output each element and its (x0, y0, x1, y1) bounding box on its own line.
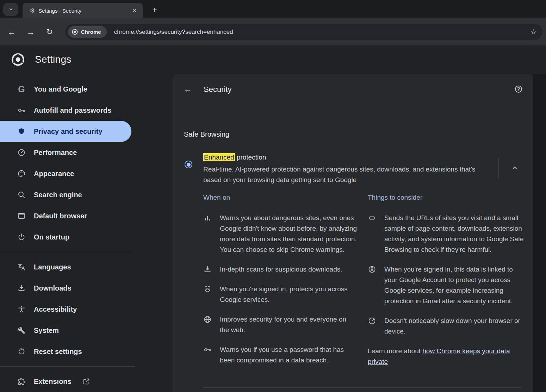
sidebar-item-performance[interactable]: Performance (0, 142, 173, 163)
account-icon (368, 265, 376, 274)
settings-sidebar: G You and Google Autofill and passwords … (0, 74, 173, 392)
chrome-logo-icon (72, 29, 78, 35)
sidebar-item-autofill[interactable]: Autofill and passwords (0, 100, 173, 121)
back-arrow-button[interactable]: ← (182, 83, 194, 95)
reload-button[interactable]: ↻ (42, 24, 57, 40)
sidebar-item-label: Accessibility (34, 305, 77, 313)
list-item-text: When you're signed in, this data is link… (384, 264, 524, 306)
site-info-chip[interactable]: Chrome (68, 26, 107, 38)
forward-button[interactable]: → (23, 24, 38, 40)
settings-header: Settings × (0, 45, 546, 74)
globe-icon (203, 315, 212, 324)
sidebar-item-system[interactable]: System (0, 320, 173, 341)
tab-search-button[interactable] (3, 3, 18, 16)
url-text: chrome://settings/security?search=enhanc… (114, 29, 528, 36)
back-button[interactable]: ← (4, 24, 19, 40)
sidebar-item-label: System (34, 326, 59, 335)
search-icon (17, 191, 26, 199)
safe-browsing-heading: Safe Browsing (184, 130, 229, 138)
browser-window-icon (17, 212, 26, 220)
sidebar-item-accessibility[interactable]: Accessibility (0, 299, 173, 320)
sidebar-item-label: Privacy and security (34, 127, 103, 136)
sidebar-item-label: Extensions (34, 378, 72, 386)
list-item-text: Sends the URLs of sites you visit and a … (384, 213, 524, 255)
when-on-heading: When on (203, 194, 357, 201)
sidebar-item-search-engine[interactable]: Search engine (0, 184, 173, 205)
enhanced-protection-description: Real-time, AI-powered protection against… (203, 164, 483, 185)
security-page-title: Security (204, 85, 231, 94)
sidebar-item-appearance[interactable]: Appearance (0, 163, 173, 184)
bookmark-star-icon[interactable]: ☆ (528, 28, 539, 36)
sidebar-item-label: Performance (34, 149, 77, 157)
sidebar-item-label: Default browser (34, 212, 87, 220)
chevron-down-icon (8, 7, 14, 12)
shield-icon (17, 127, 26, 135)
things-to-consider-column: Things to consider Sends the URLs of sit… (368, 194, 524, 375)
google-shield-icon: G (203, 285, 212, 293)
list-item: G When you're signed in, protects you ac… (203, 284, 357, 305)
collapse-button[interactable] (510, 163, 520, 173)
download-icon (17, 284, 26, 292)
chevron-up-icon (511, 164, 519, 171)
power-icon (17, 233, 26, 241)
sidebar-item-label: Autofill and passwords (34, 106, 111, 114)
list-item-text: Warns you if you use a password that has… (220, 344, 357, 366)
sidebar-item-label: On startup (34, 233, 69, 241)
reset-icon (17, 347, 26, 356)
sidebar-item-label: Appearance (34, 170, 74, 178)
learn-more-prefix: Learn more about (368, 347, 422, 355)
list-item: Sends the URLs of sites you visit and a … (368, 213, 524, 255)
title-rest: protection (235, 154, 266, 161)
list-item: When you're signed in, this data is link… (368, 264, 524, 306)
help-icon[interactable] (513, 83, 525, 95)
search-highlight: Enhanced (203, 153, 235, 161)
wrench-icon (17, 326, 26, 334)
translate-icon (17, 263, 26, 271)
chip-label: Chrome (81, 29, 101, 35)
svg-text:G: G (206, 287, 209, 291)
list-item-text: Warns you about dangerous sites, even on… (220, 213, 357, 255)
speedometer-icon (368, 317, 376, 325)
sidebar-item-label: Languages (34, 263, 71, 271)
address-bar[interactable]: Chrome chrome://settings/security?search… (65, 24, 542, 40)
list-item-text: When you're signed in, protects you acro… (220, 284, 357, 305)
sidebar-item-label: Reset settings (34, 348, 82, 356)
new-tab-button[interactable]: + (149, 4, 160, 15)
sidebar-item-label: Search engine (34, 191, 82, 199)
sidebar-item-label: Downloads (34, 284, 72, 292)
list-item: Warns you if you use a password that has… (203, 344, 357, 366)
sidebar-divider (0, 366, 135, 367)
things-to-consider-heading: Things to consider (368, 194, 524, 201)
details-columns: When on Warns you about dangerous sites,… (203, 194, 524, 375)
sidebar-item-languages[interactable]: Languages (0, 256, 173, 278)
sidebar-item-label: You and Google (34, 85, 87, 93)
tab-title: Settings - Security (38, 8, 130, 14)
tab-strip: ⚙ Settings - Security × + (0, 0, 546, 18)
sidebar-divider (0, 252, 135, 252)
speedometer-icon (17, 148, 26, 157)
radio-dot (187, 163, 191, 167)
sidebar-item-default-browser[interactable]: Default browser (0, 205, 173, 226)
sidebar-item-downloads[interactable]: Downloads (0, 278, 173, 299)
sidebar-item-on-startup[interactable]: On startup (0, 226, 173, 248)
learn-more-text: Learn more about how Chrome keeps your d… (368, 346, 524, 367)
enhanced-protection-radio[interactable] (185, 161, 192, 168)
list-item: Improves security for you and everyone o… (203, 314, 357, 335)
active-tab[interactable]: ⚙ Settings - Security × (23, 3, 143, 18)
key-icon (203, 346, 212, 354)
palette-icon (17, 169, 26, 178)
key-icon (17, 106, 26, 114)
sidebar-item-privacy-security[interactable]: Privacy and security (0, 121, 131, 142)
section-divider (203, 387, 522, 388)
chrome-settings-logo-icon (11, 52, 25, 67)
sidebar-item-extensions[interactable]: Extensions (0, 371, 173, 392)
enhanced-protection-title: Enhanced protection (203, 154, 266, 161)
list-item: Doesn't noticeably slow down your browse… (368, 316, 524, 337)
bar-chart-icon (203, 214, 212, 222)
scroll-gutter (533, 74, 546, 392)
sidebar-item-you-and-google[interactable]: G You and Google (0, 79, 173, 100)
list-item: In-depth scans for suspicious downloads. (203, 264, 357, 275)
download-scan-icon (203, 265, 212, 274)
sidebar-item-reset-settings[interactable]: Reset settings (0, 341, 173, 362)
tab-close-button[interactable]: × (130, 7, 138, 14)
